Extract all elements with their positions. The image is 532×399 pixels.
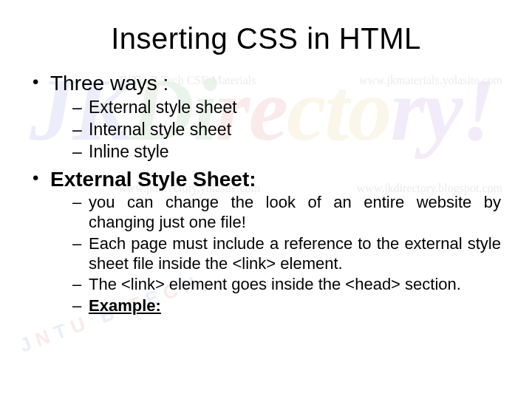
sub-item-example: Example: [72, 296, 501, 316]
sub-item: The <link> element goes inside the <head… [72, 275, 501, 295]
bullet-list: Three ways : External style sheet Intern… [31, 72, 501, 316]
example-link: Example: [89, 296, 161, 315]
bullet-external-style: External Style Sheet: you can change the… [31, 168, 501, 316]
sub-item: you can change the look of an entire web… [72, 193, 501, 233]
bullet-head: Three ways : [50, 72, 168, 95]
bullet-three-ways: Three ways : External style sheet Intern… [31, 72, 501, 162]
sub-list-external: you can change the look of an entire web… [50, 193, 501, 316]
sub-item: Each page must include a reference to th… [72, 234, 501, 274]
slide-title: Inserting CSS in HTML [31, 22, 501, 55]
sub-list-ways: External style sheet Internal style shee… [50, 97, 501, 162]
sub-item: Inline style [72, 141, 501, 162]
bullet-head: External Style Sheet: [50, 168, 256, 191]
slide: Inserting CSS in HTML Three ways : Exter… [0, 0, 532, 399]
sub-item: Internal style sheet [72, 119, 501, 140]
sub-item: External style sheet [72, 97, 501, 117]
